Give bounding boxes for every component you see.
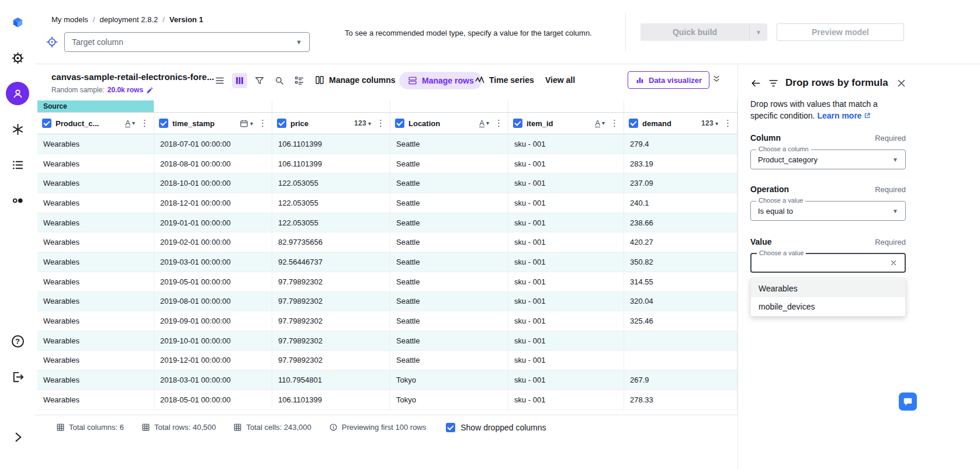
table-row[interactable]: Wearables2019-12-01 00:00:0097.79892302S… (37, 351, 737, 371)
table-row[interactable]: Wearables2019-10-01 00:00:0097.79892302S… (37, 331, 737, 351)
manage-rows-button[interactable]: Manage rows (399, 72, 482, 89)
value-option[interactable]: Wearables (751, 279, 905, 297)
table-row[interactable]: Wearables2019-01-01 00:00:00122.053055Se… (37, 213, 737, 233)
table-row[interactable]: Wearables2018-12-01 00:00:00122.053055Se… (37, 193, 737, 213)
column-header-product-c-[interactable]: Product_c...A▾⋮ (37, 113, 154, 134)
model-type-hint: To see a recommended model type, specify… (345, 29, 592, 37)
help-question-icon[interactable]: ? (6, 329, 29, 353)
column-type-button[interactable]: 123▾ (354, 119, 371, 127)
column-select-checkbox[interactable] (513, 119, 522, 128)
quick-build-button[interactable]: Quick build ▼ (640, 23, 767, 41)
grid-small-icon (233, 423, 242, 432)
filter-funnel-icon[interactable] (252, 73, 267, 88)
column-header-location[interactable]: LocationA▾⋮ (390, 113, 508, 134)
value-input[interactable]: Choose a value (750, 253, 906, 273)
expand-chevron-icon[interactable] (6, 425, 29, 449)
column-type-button[interactable]: ▾ (240, 119, 253, 128)
canvas-logo-icon[interactable] (6, 11, 29, 34)
table-cell: 97.79892302 (272, 351, 390, 371)
column-menu-icon[interactable]: ⋮ (493, 118, 504, 128)
table-row[interactable]: Wearables2018-03-01 00:00:00110.7954801T… (37, 370, 737, 390)
table-row[interactable]: Wearables2019-05-01 00:00:0097.79892302S… (37, 272, 737, 292)
view-all-button[interactable]: View all (545, 75, 575, 85)
table-row[interactable]: Wearables2019-03-01 00:00:0092.56446737S… (37, 252, 737, 272)
column-header-time-stamp[interactable]: time_stamp▾⋮ (154, 113, 272, 134)
strip-cell (624, 100, 737, 112)
clear-x-icon[interactable] (889, 259, 898, 267)
column-menu-icon[interactable]: ⋮ (722, 118, 733, 128)
datasets-list-icon[interactable] (6, 153, 29, 176)
table-cell: 122.053055 (272, 173, 390, 193)
my-models-icon[interactable] (6, 82, 29, 105)
column-menu-icon[interactable]: ⋮ (375, 118, 386, 128)
learn-more-label: Learn more (817, 110, 861, 121)
breadcrumb-my-models[interactable]: My models (51, 15, 88, 24)
table-row[interactable]: Wearables2018-10-01 00:00:00122.053055Se… (37, 173, 737, 193)
chevron-down-icon: ▾ (250, 120, 253, 127)
table-cell: Seattle (390, 311, 508, 331)
column-select-checkbox[interactable] (395, 119, 404, 128)
value-option[interactable]: mobile_devices (751, 297, 905, 315)
chevron-down-icon: ▾ (486, 120, 489, 126)
column-menu-icon[interactable]: ⋮ (609, 118, 620, 128)
table-row[interactable]: Wearables2019-09-01 00:00:0097.79892302S… (37, 311, 737, 331)
column-type-button[interactable]: 123▾ (701, 119, 718, 127)
column-type-button[interactable]: A▾ (125, 119, 135, 128)
column-type-button[interactable]: A▾ (479, 119, 489, 128)
sign-out-icon[interactable] (6, 365, 29, 388)
automations-dots-icon[interactable] (6, 189, 29, 212)
table-row[interactable]: Wearables2019-02-01 00:00:0082.97735656S… (37, 232, 737, 252)
learn-more-link[interactable]: Learn more (817, 110, 870, 121)
back-arrow-icon[interactable] (750, 78, 761, 89)
column-select-checkbox[interactable] (277, 119, 286, 128)
table-row[interactable]: Wearables2018-08-01 00:00:00106.1101399S… (37, 154, 737, 174)
preview-model-button[interactable]: Preview model (777, 23, 904, 41)
column-select-checkbox[interactable] (42, 119, 51, 128)
table-cell: Tokyo (390, 370, 508, 390)
column-menu-icon[interactable]: ⋮ (139, 118, 150, 128)
quick-build-dropdown-icon[interactable]: ▼ (750, 23, 767, 41)
operation-select[interactable]: Choose a value Is equal to ▼ (750, 201, 906, 221)
show-dropped-checkbox[interactable] (446, 423, 455, 432)
column-type-button[interactable]: A▾ (595, 119, 605, 128)
settings-gear-icon[interactable] (6, 46, 29, 70)
search-icon[interactable] (272, 73, 287, 88)
random-sample-value-link[interactable]: 20.0k rows (108, 86, 143, 94)
table-cell: sku - 001 (508, 232, 624, 252)
table-cell: 110.7954801 (272, 370, 390, 390)
value-field-labels: Value Required (750, 237, 906, 246)
column-label: Location (408, 119, 440, 128)
column-select[interactable]: Choose a column Product_category ▼ (750, 150, 906, 169)
checklist-icon[interactable] (292, 73, 307, 88)
grid-view-icon[interactable] (232, 73, 247, 88)
show-dropped-label: Show dropped columns (460, 423, 546, 432)
table-cell: 238.66 (624, 213, 737, 233)
column-menu-icon[interactable]: ⋮ (257, 118, 268, 128)
data-visualizer-button[interactable]: Data visualizer (628, 71, 709, 89)
source-tab[interactable]: Source (37, 100, 154, 112)
time-series-button[interactable]: Time series (475, 75, 534, 85)
column-header-demand[interactable]: demand123▾⋮ (624, 113, 737, 134)
target-column-select[interactable]: Target column ▼ (64, 32, 310, 52)
double-chevron-down-icon[interactable] (712, 74, 721, 84)
pencil-edit-icon[interactable] (146, 86, 154, 94)
target-column-placeholder: Target column (72, 37, 123, 47)
ready-to-use-models-icon[interactable] (6, 117, 29, 141)
breadcrumb-separator (162, 15, 165, 24)
table-cell: 97.79892302 (272, 292, 390, 312)
table-row[interactable]: Wearables2019-08-01 00:00:0097.79892302S… (37, 292, 737, 312)
table-row[interactable]: Wearables2018-05-01 00:00:00106.1101399T… (37, 390, 737, 410)
table-row[interactable]: Wearables2018-07-01 00:00:00106.1101399S… (37, 134, 737, 154)
column-header-price[interactable]: price123▾⋮ (272, 113, 390, 134)
close-icon[interactable] (896, 78, 906, 88)
table-cell: sku - 001 (508, 331, 624, 351)
chat-button[interactable] (899, 392, 917, 411)
manage-columns-button[interactable]: Manage columns (314, 75, 396, 85)
column-header-item-id[interactable]: item_idA▾⋮ (508, 113, 624, 134)
table-cell: 97.79892302 (272, 311, 390, 331)
operation-field-name: Operation (750, 185, 789, 194)
list-view-icon[interactable] (212, 73, 227, 88)
column-select-checkbox[interactable] (159, 119, 168, 128)
breadcrumb-deployment[interactable]: deployment 2.8.2 (99, 15, 158, 24)
column-select-checkbox[interactable] (629, 119, 638, 128)
